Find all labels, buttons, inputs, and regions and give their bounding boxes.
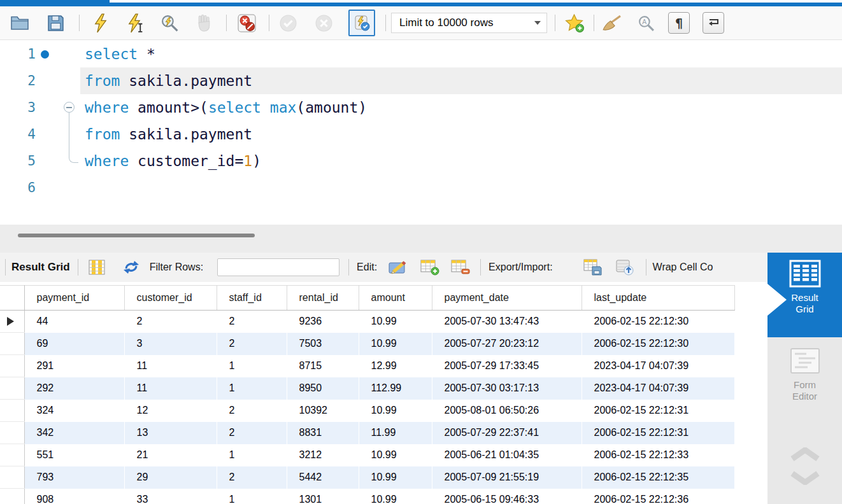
table-cell[interactable]: 2005-07-29 22:37:41 <box>432 422 582 444</box>
table-cell[interactable]: 11 <box>124 377 217 400</box>
execute-current-statement-button[interactable] <box>124 12 146 34</box>
table-cell[interactable]: 2 <box>217 422 287 444</box>
table-cell[interactable]: 8715 <box>287 355 359 377</box>
table-cell[interactable]: 2005-07-27 20:23:12 <box>432 333 582 355</box>
save-script-button[interactable] <box>45 12 66 34</box>
table-row[interactable]: 551 21 1 3212 10.99 2005-06-21 01:04:35 … <box>0 444 734 466</box>
scroll-down-chevron[interactable] <box>790 471 820 487</box>
table-cell[interactable]: 2006-02-15 22:12:36 <box>582 489 734 504</box>
row-selector[interactable] <box>0 422 24 444</box>
table-cell[interactable]: 2005-07-09 21:55:19 <box>432 466 582 489</box>
table-row[interactable]: 908 33 1 1301 10.99 2005-06-15 09:46:33 … <box>0 489 734 504</box>
table-cell[interactable]: 112.99 <box>359 377 432 400</box>
table-cell[interactable]: 292 <box>24 377 124 400</box>
row-selector[interactable] <box>0 466 24 489</box>
table-cell[interactable]: 1 <box>217 355 287 377</box>
row-selector[interactable] <box>0 377 24 400</box>
beautify-button[interactable] <box>601 12 622 34</box>
table-row[interactable]: 44 2 2 9236 10.99 2005-07-30 13:47:43 20… <box>0 311 734 333</box>
table-cell[interactable]: 2005-08-01 06:50:26 <box>432 400 582 422</box>
table-cell[interactable]: 1301 <box>287 489 359 504</box>
toggle-wrap-button[interactable] <box>703 12 724 34</box>
table-cell[interactable]: 69 <box>24 333 124 355</box>
edit-record-button[interactable] <box>389 260 408 275</box>
table-row[interactable]: 291 11 1 8715 12.99 2005-07-29 17:33:45 … <box>0 355 734 377</box>
column-header[interactable]: customer_id <box>124 286 217 311</box>
table-cell[interactable]: 1 <box>217 377 287 400</box>
sql-code-editor[interactable]: 1 2 3 4 5 6 select * from sakila.payment… <box>0 40 842 225</box>
kill-query-button[interactable] <box>236 12 257 34</box>
table-row[interactable]: 292 11 1 8950 112.99 2005-07-30 03:17:13… <box>0 377 734 400</box>
table-cell[interactable]: 2005-07-30 03:17:13 <box>432 377 582 400</box>
execute-button[interactable] <box>90 12 111 34</box>
table-cell[interactable]: 8950 <box>287 377 359 400</box>
table-cell[interactable]: 2005-07-30 13:47:43 <box>432 311 582 333</box>
table-cell[interactable]: 2 <box>124 311 217 333</box>
table-cell[interactable]: 2006-02-15 22:12:30 <box>582 333 734 355</box>
column-header[interactable]: last_update <box>582 286 734 311</box>
column-header[interactable]: payment_date <box>432 286 582 311</box>
table-cell[interactable]: 10.99 <box>359 444 432 466</box>
table-cell[interactable]: 12 <box>124 400 217 422</box>
row-selector[interactable] <box>0 333 24 355</box>
table-cell[interactable]: 291 <box>24 355 124 377</box>
table-cell[interactable]: 7503 <box>287 333 359 355</box>
table-cell[interactable]: 2023-04-17 04:07:39 <box>582 355 734 377</box>
scroll-up-chevron[interactable] <box>790 447 820 464</box>
table-cell[interactable]: 2006-02-15 22:12:33 <box>582 444 734 466</box>
table-cell[interactable]: 2 <box>217 400 287 422</box>
row-selector[interactable] <box>0 489 24 504</box>
row-selector[interactable] <box>0 444 24 466</box>
table-cell[interactable]: 44 <box>24 311 124 333</box>
column-header[interactable]: amount <box>359 286 432 311</box>
explain-plan-button[interactable] <box>159 12 180 34</box>
column-header[interactable]: payment_id <box>24 286 124 311</box>
import-records-button[interactable] <box>615 259 634 276</box>
table-cell[interactable]: 793 <box>24 466 124 489</box>
table-cell[interactable]: 10.99 <box>359 311 432 333</box>
table-cell[interactable]: 10.99 <box>359 466 432 489</box>
table-cell[interactable]: 2 <box>217 311 287 333</box>
table-cell[interactable]: 3 <box>124 333 217 355</box>
refresh-button[interactable] <box>123 260 139 275</box>
row-selector[interactable] <box>0 311 24 333</box>
table-cell[interactable]: 1 <box>217 444 287 466</box>
column-header[interactable]: rental_id <box>287 286 359 311</box>
grid-columns-button[interactable] <box>89 260 105 275</box>
table-row[interactable]: 324 12 2 10392 10.99 2005-08-01 06:50:26… <box>0 400 734 422</box>
table-cell[interactable]: 12.99 <box>359 355 432 377</box>
open-script-button[interactable] <box>9 12 31 34</box>
table-cell[interactable]: 2006-02-15 22:12:35 <box>582 466 734 489</box>
column-header[interactable]: staff_id <box>217 286 287 311</box>
code-fold-icon[interactable] <box>64 102 75 113</box>
table-cell[interactable]: 5442 <box>287 466 359 489</box>
table-cell[interactable]: 2005-06-15 09:46:33 <box>432 489 582 504</box>
table-cell[interactable]: 2005-06-21 01:04:35 <box>432 444 582 466</box>
table-cell[interactable]: 9236 <box>287 311 359 333</box>
table-cell[interactable]: 33 <box>124 489 217 504</box>
save-snippet-button[interactable] <box>563 12 585 34</box>
table-cell[interactable]: 1 <box>217 489 287 504</box>
table-cell[interactable]: 21 <box>124 444 217 466</box>
table-row[interactable]: 342 13 2 8831 11.99 2005-07-29 22:37:41 … <box>0 422 734 444</box>
table-row[interactable]: 793 29 2 5442 10.99 2005-07-09 21:55:19 … <box>0 466 734 489</box>
active-tab-indicator[interactable] <box>0 0 110 6</box>
table-cell[interactable]: 2005-07-29 17:33:45 <box>432 355 582 377</box>
table-cell[interactable]: 10392 <box>287 400 359 422</box>
insert-row-button[interactable] <box>420 259 439 276</box>
filter-rows-input[interactable] <box>217 258 339 276</box>
table-cell[interactable]: 11 <box>124 355 217 377</box>
table-cell[interactable]: 2006-02-15 22:12:31 <box>582 400 734 422</box>
export-recordset-button[interactable] <box>583 259 603 276</box>
find-button[interactable]: A <box>635 12 657 34</box>
show-invisibles-button[interactable]: ¶ <box>668 12 690 34</box>
table-cell[interactable]: 2006-02-15 22:12:30 <box>582 311 734 333</box>
table-cell[interactable]: 2006-02-15 22:12:31 <box>582 422 734 444</box>
table-cell[interactable]: 29 <box>124 466 217 489</box>
row-selector[interactable] <box>0 355 24 377</box>
table-cell[interactable]: 3212 <box>287 444 359 466</box>
table-cell[interactable]: 551 <box>24 444 124 466</box>
table-row[interactable]: 69 3 2 7503 10.99 2005-07-27 20:23:12 20… <box>0 333 734 355</box>
table-cell[interactable]: 10.99 <box>359 400 432 422</box>
tab-form-editor[interactable]: Form Editor <box>767 337 842 402</box>
